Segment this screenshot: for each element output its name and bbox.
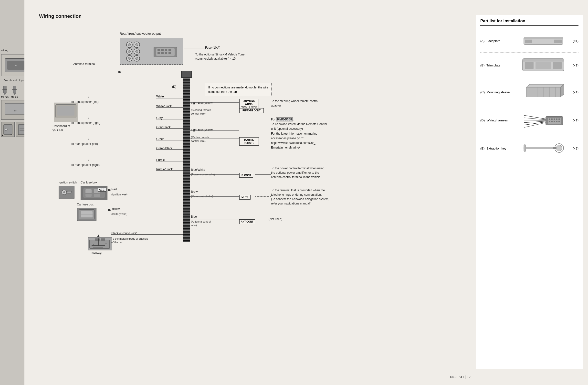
wire-blue: Blue [191,215,197,218]
svg-marker-69 [108,189,112,191]
part-c-label: (C) [480,90,485,94]
svg-rect-106 [525,62,534,69]
part-c-image [519,81,568,103]
acc-label: ACC [98,188,106,192]
footer-text: ENGLISH | 17 [448,375,471,379]
svg-marker-111 [526,84,564,87]
part-e-label-area: (E) Extraction key [480,147,519,150]
part-d-label-area: (D) Wiring harness [480,118,519,122]
svg-rect-130 [549,121,550,122]
svg-text:(C): (C) [14,109,18,112]
part-item-d: (D) Wiring harness [480,106,578,134]
battery-wire-label: (Battery wire) [111,213,127,215]
svg-text:+: + [88,138,89,141]
section-title: Wiring connection [39,13,82,19]
svg-line-121 [524,120,546,120]
part-e-qty: (×2) [567,147,578,150]
part-c-label-area: (C) Mounting sleeve [480,90,519,94]
svg-rect-40 [168,52,171,54]
power-ctrl-label: (Power control wire) [191,173,215,176]
label-d: (D) [172,85,176,88]
svg-point-30 [136,57,138,60]
speaker-rear-left: To rear speaker (left) [71,142,98,146]
wire-gray: Gray [156,116,163,120]
part-list-panel: Part list for installation (A) Faceplate… [476,15,583,369]
remote-cont-box: REMOTE CONT [239,108,264,113]
svg-rect-37 [158,52,160,54]
fuse-box-bottom [77,208,96,221]
main-unit-box [120,38,183,65]
wire-red: Red [111,188,117,191]
not-used-label: (Not used) [269,217,282,221]
part-b-qty: (×1) [567,64,578,67]
label-antenna: Antenna terminal [73,62,95,66]
svg-rect-66 [85,194,92,197]
svg-point-61 [63,191,65,193]
svg-rect-101 [524,37,563,39]
part-item-e: (E) Extraction key (×2) [480,134,578,162]
part-d-qty: (×1) [567,118,578,122]
svg-text:(E): (E) [10,133,13,136]
wire-green: Green [156,137,164,141]
svg-rect-64 [85,189,92,193]
svg-text:-: - [88,168,89,171]
m5-label-2: M5 mm [11,96,18,98]
svg-text:+: + [88,96,89,99]
svg-rect-67 [94,194,100,197]
wire-purple-black: Purple/Black [156,168,173,171]
svg-line-119 [524,115,546,119]
label-rear-front: Rear/ front/ subwoofer output [120,32,161,35]
part-a-label-area: (A) Faceplate [480,39,519,43]
ignition-switch-icon [59,186,74,199]
svg-rect-127 [554,118,555,120]
part-e-label: (E) [480,147,484,150]
part-b-name: Trim plate [486,64,500,67]
svg-marker-5 [3,93,6,95]
info-kmr: For KMR-D358: To Kenwood Wired Marine Re… [271,117,327,150]
svg-text:-: - [88,105,89,108]
part-d-name: Wiring harness [487,118,508,122]
svg-marker-99 [97,235,100,237]
svg-text:-: - [88,126,89,129]
svg-text:+: + [105,242,107,246]
svg-rect-103 [554,40,562,43]
part-a-name: Faceplate [486,39,500,43]
wire-white: White [156,95,164,98]
svg-rect-125 [549,118,550,120]
wire-blue-white: Blue/White [191,168,205,171]
svg-rect-136 [524,145,526,151]
svg-rect-74 [95,238,100,241]
wire-green-black: Green/Black [156,147,172,150]
battery-label: Battery [92,252,102,255]
part-item-a: (A) Faceplate (×1) [480,29,578,53]
svg-rect-134 [558,121,560,122]
svg-text:-: - [88,147,89,150]
svg-rect-39 [165,52,167,54]
svg-text:+: + [88,159,89,162]
wire-purple: Purple [156,158,165,162]
svg-point-28 [128,57,131,60]
part-b-label: (B) [480,64,484,67]
part-list-title: Part list for installation [480,19,578,26]
ant-cont-box: ANT CONT [239,219,255,224]
wire-black-ground: Black (Ground wire) [111,232,137,235]
svg-text:3: 3 [18,133,19,136]
part-item-c: (C) Mounting sleeve (×1) [480,78,578,106]
connector-top [181,71,192,78]
dashboard-of-car-label: Dashboard ofyour car [52,124,70,132]
svg-point-22 [136,43,138,46]
svg-text:+: + [88,117,89,120]
fuse-box-bottom-label: Car fuse box [77,203,94,206]
info-steering-wheel: To the steering wheel remote controladap… [271,99,318,108]
mute-ctrl-label: (Mute control wire) [191,195,213,198]
label-fuse: Fuse (10 A) [205,46,220,49]
svg-rect-107 [553,62,562,69]
speaker-rear-right: To rear speaker (right) [71,163,100,167]
part-a-qty: (×1) [567,39,578,43]
wire-bundle [183,76,190,242]
note-box: If no connections are made, do not let t… [205,83,272,96]
svg-point-138 [556,145,562,151]
svg-marker-8 [13,93,16,95]
svg-line-120 [524,118,546,120]
part-a-label: (A) [480,39,484,43]
